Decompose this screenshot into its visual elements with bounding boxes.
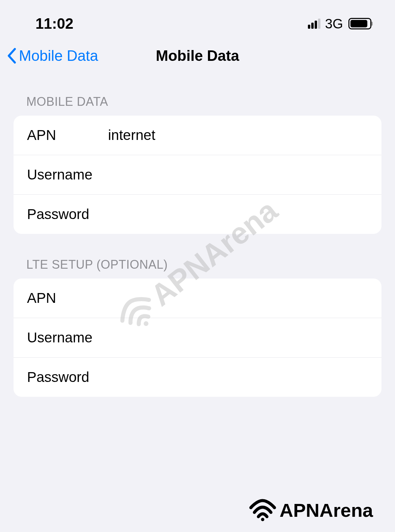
username-label: Username (27, 167, 108, 183)
navigation-bar: Mobile Data Mobile Data (0, 34, 395, 74)
apn-row[interactable]: APN (14, 116, 381, 155)
footer-text: APNArena (280, 499, 373, 521)
username-input[interactable] (108, 167, 368, 183)
lte-username-label: Username (27, 330, 108, 346)
apn-input[interactable] (108, 127, 368, 143)
status-indicators: 3G (308, 16, 371, 31)
content-area: MOBILE DATA APN Username Password LTE SE… (0, 74, 395, 397)
section-header-mobile-data: MOBILE DATA (0, 95, 395, 116)
lte-apn-input[interactable] (108, 290, 368, 306)
wifi-icon (247, 498, 278, 522)
cellular-signal-icon (308, 19, 320, 29)
lte-username-row[interactable]: Username (14, 318, 381, 358)
svg-point-1 (261, 518, 264, 521)
lte-username-input[interactable] (108, 330, 368, 346)
username-row[interactable]: Username (14, 155, 381, 195)
lte-apn-label: APN (27, 290, 108, 306)
section-header-lte-setup: LTE SETUP (OPTIONAL) (0, 258, 395, 279)
lte-password-input[interactable] (108, 369, 368, 385)
password-row[interactable]: Password (14, 195, 381, 234)
password-input[interactable] (108, 206, 368, 222)
footer-logo: APNArena (247, 498, 373, 522)
network-type: 3G (325, 16, 343, 31)
status-bar: 11:02 3G (0, 0, 395, 34)
lte-password-row[interactable]: Password (14, 358, 381, 397)
mobile-data-group: APN Username Password (14, 116, 381, 234)
password-label: Password (27, 206, 108, 222)
page-title: Mobile Data (156, 47, 239, 64)
lte-apn-row[interactable]: APN (14, 279, 381, 318)
battery-icon (348, 18, 371, 29)
status-time: 11:02 (35, 15, 74, 32)
back-button[interactable]: Mobile Data (7, 47, 98, 64)
chevron-left-icon (7, 48, 16, 64)
apn-label: APN (27, 127, 108, 143)
lte-password-label: Password (27, 369, 108, 385)
back-label: Mobile Data (19, 47, 98, 64)
lte-setup-group: APN Username Password (14, 279, 381, 397)
